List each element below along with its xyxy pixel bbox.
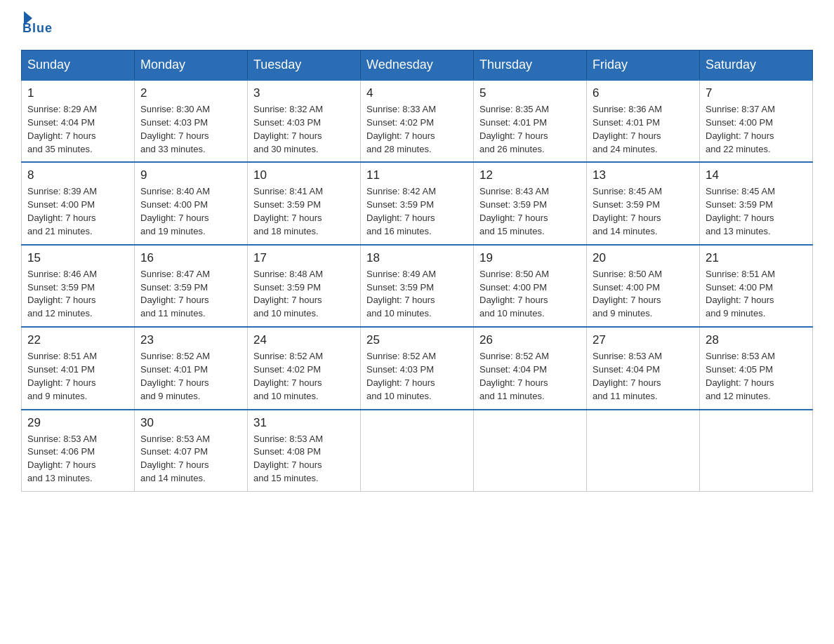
day-number-5: 5 [479,86,581,100]
day-info-2: Sunrise: 8:30 AM Sunset: 4:03 PM Dayligh… [140,103,241,156]
logo: Blue [21,14,53,36]
day-number-9: 9 [140,168,241,182]
day-number-30: 30 [140,416,241,430]
day-number-31: 31 [253,416,355,430]
day-2: 2Sunrise: 8:30 AM Sunset: 4:03 PM Daylig… [135,80,248,162]
day-29: 29Sunrise: 8:53 AM Sunset: 4:06 PM Dayli… [22,410,135,492]
header-row: SundayMondayTuesdayWednesdayThursdayFrid… [22,51,813,81]
day-info-17: Sunrise: 8:48 AM Sunset: 3:59 PM Dayligh… [253,268,355,321]
day-number-7: 7 [706,86,807,100]
day-11: 11Sunrise: 8:42 AM Sunset: 3:59 PM Dayli… [361,162,474,244]
day-number-26: 26 [479,333,581,347]
day-info-18: Sunrise: 8:49 AM Sunset: 3:59 PM Dayligh… [366,268,468,321]
day-number-24: 24 [253,333,355,347]
day-info-9: Sunrise: 8:40 AM Sunset: 4:00 PM Dayligh… [140,185,241,238]
day-info-13: Sunrise: 8:45 AM Sunset: 3:59 PM Dayligh… [593,185,694,238]
header-thursday: Thursday [474,51,587,81]
day-3: 3Sunrise: 8:32 AM Sunset: 4:03 PM Daylig… [248,80,361,162]
day-info-3: Sunrise: 8:32 AM Sunset: 4:03 PM Dayligh… [253,103,355,156]
day-14: 14Sunrise: 8:45 AM Sunset: 3:59 PM Dayli… [700,162,813,244]
day-23: 23Sunrise: 8:52 AM Sunset: 4:01 PM Dayli… [135,327,248,409]
day-number-16: 16 [140,251,241,265]
day-info-8: Sunrise: 8:39 AM Sunset: 4:00 PM Dayligh… [27,185,128,238]
day-info-4: Sunrise: 8:33 AM Sunset: 4:02 PM Dayligh… [366,103,468,156]
day-15: 15Sunrise: 8:46 AM Sunset: 3:59 PM Dayli… [22,245,135,327]
day-4: 4Sunrise: 8:33 AM Sunset: 4:02 PM Daylig… [361,80,474,162]
day-number-29: 29 [27,416,128,430]
day-19: 19Sunrise: 8:50 AM Sunset: 4:00 PM Dayli… [474,245,587,327]
day-info-14: Sunrise: 8:45 AM Sunset: 3:59 PM Dayligh… [706,185,807,238]
day-24: 24Sunrise: 8:52 AM Sunset: 4:02 PM Dayli… [248,327,361,409]
day-info-27: Sunrise: 8:53 AM Sunset: 4:04 PM Dayligh… [593,350,694,403]
day-number-19: 19 [479,251,581,265]
day-13: 13Sunrise: 8:45 AM Sunset: 3:59 PM Dayli… [587,162,700,244]
day-number-18: 18 [366,251,468,265]
day-12: 12Sunrise: 8:43 AM Sunset: 3:59 PM Dayli… [474,162,587,244]
header-wednesday: Wednesday [361,51,474,81]
day-number-23: 23 [140,333,241,347]
day-17: 17Sunrise: 8:48 AM Sunset: 3:59 PM Dayli… [248,245,361,327]
day-number-8: 8 [27,168,128,182]
day-info-15: Sunrise: 8:46 AM Sunset: 3:59 PM Dayligh… [27,268,128,321]
day-20: 20Sunrise: 8:50 AM Sunset: 4:00 PM Dayli… [587,245,700,327]
day-number-20: 20 [593,251,694,265]
day-9: 9Sunrise: 8:40 AM Sunset: 4:00 PM Daylig… [135,162,248,244]
day-info-29: Sunrise: 8:53 AM Sunset: 4:06 PM Dayligh… [27,433,128,485]
day-info-1: Sunrise: 8:29 AM Sunset: 4:04 PM Dayligh… [27,103,128,156]
day-info-6: Sunrise: 8:36 AM Sunset: 4:01 PM Dayligh… [593,103,694,156]
day-number-1: 1 [27,86,128,100]
header-saturday: Saturday [700,51,813,81]
day-31: 31Sunrise: 8:53 AM Sunset: 4:08 PM Dayli… [248,410,361,492]
header-tuesday: Tuesday [248,51,361,81]
week-row-4: 22Sunrise: 8:51 AM Sunset: 4:01 PM Dayli… [22,327,813,409]
day-info-23: Sunrise: 8:52 AM Sunset: 4:01 PM Dayligh… [140,350,241,403]
day-1: 1Sunrise: 8:29 AM Sunset: 4:04 PM Daylig… [22,80,135,162]
day-info-7: Sunrise: 8:37 AM Sunset: 4:00 PM Dayligh… [706,103,807,156]
page-header: Blue [21,14,813,36]
day-info-28: Sunrise: 8:53 AM Sunset: 4:05 PM Dayligh… [706,350,807,403]
day-number-4: 4 [366,86,468,100]
day-info-25: Sunrise: 8:52 AM Sunset: 4:03 PM Dayligh… [366,350,468,403]
day-info-31: Sunrise: 8:53 AM Sunset: 4:08 PM Dayligh… [253,433,355,485]
day-info-19: Sunrise: 8:50 AM Sunset: 4:00 PM Dayligh… [479,268,581,321]
day-info-12: Sunrise: 8:43 AM Sunset: 3:59 PM Dayligh… [479,185,581,238]
day-25: 25Sunrise: 8:52 AM Sunset: 4:03 PM Dayli… [361,327,474,409]
day-info-5: Sunrise: 8:35 AM Sunset: 4:01 PM Dayligh… [479,103,581,156]
day-7: 7Sunrise: 8:37 AM Sunset: 4:00 PM Daylig… [700,80,813,162]
day-30: 30Sunrise: 8:53 AM Sunset: 4:07 PM Dayli… [135,410,248,492]
day-number-12: 12 [479,168,581,182]
week-row-5: 29Sunrise: 8:53 AM Sunset: 4:06 PM Dayli… [22,410,813,492]
day-number-10: 10 [253,168,355,182]
day-number-6: 6 [593,86,694,100]
week-row-1: 1Sunrise: 8:29 AM Sunset: 4:04 PM Daylig… [22,80,813,162]
day-number-14: 14 [706,168,807,182]
empty-cell [587,410,700,492]
day-info-11: Sunrise: 8:42 AM Sunset: 3:59 PM Dayligh… [366,185,468,238]
empty-cell [361,410,474,492]
day-info-10: Sunrise: 8:41 AM Sunset: 3:59 PM Dayligh… [253,185,355,238]
day-number-2: 2 [140,86,241,100]
header-monday: Monday [135,51,248,81]
day-number-15: 15 [27,251,128,265]
day-number-22: 22 [27,333,128,347]
day-number-3: 3 [253,86,355,100]
day-number-25: 25 [366,333,468,347]
day-info-21: Sunrise: 8:51 AM Sunset: 4:00 PM Dayligh… [706,268,807,321]
day-info-24: Sunrise: 8:52 AM Sunset: 4:02 PM Dayligh… [253,350,355,403]
day-16: 16Sunrise: 8:47 AM Sunset: 3:59 PM Dayli… [135,245,248,327]
header-sunday: Sunday [22,51,135,81]
day-21: 21Sunrise: 8:51 AM Sunset: 4:00 PM Dayli… [700,245,813,327]
day-info-16: Sunrise: 8:47 AM Sunset: 3:59 PM Dayligh… [140,268,241,321]
day-number-21: 21 [706,251,807,265]
day-5: 5Sunrise: 8:35 AM Sunset: 4:01 PM Daylig… [474,80,587,162]
week-row-3: 15Sunrise: 8:46 AM Sunset: 3:59 PM Dayli… [22,245,813,327]
day-6: 6Sunrise: 8:36 AM Sunset: 4:01 PM Daylig… [587,80,700,162]
day-number-11: 11 [366,168,468,182]
day-22: 22Sunrise: 8:51 AM Sunset: 4:01 PM Dayli… [22,327,135,409]
day-number-27: 27 [593,333,694,347]
day-info-26: Sunrise: 8:52 AM Sunset: 4:04 PM Dayligh… [479,350,581,403]
day-8: 8Sunrise: 8:39 AM Sunset: 4:00 PM Daylig… [22,162,135,244]
day-27: 27Sunrise: 8:53 AM Sunset: 4:04 PM Dayli… [587,327,700,409]
day-info-30: Sunrise: 8:53 AM Sunset: 4:07 PM Dayligh… [140,433,241,485]
calendar-table: SundayMondayTuesdayWednesdayThursdayFrid… [21,50,813,492]
